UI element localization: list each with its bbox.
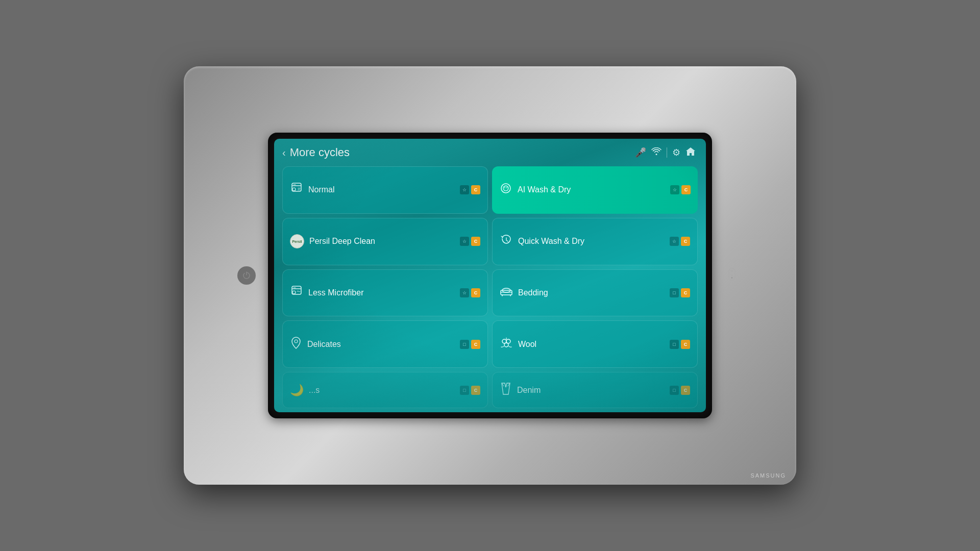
cycle-ai-badges: ☆ C (670, 185, 691, 194)
c-badge-quick: C (681, 237, 690, 246)
fav-badge-delicates: □ (460, 340, 469, 349)
svg-point-3 (503, 186, 508, 191)
cycle-denim-icon (500, 382, 512, 398)
samsung-brand: SAMSUNG (750, 472, 786, 479)
fav-badge-denim: □ (670, 386, 679, 395)
svg-rect-14 (729, 268, 735, 281)
c-badge-persil: C (471, 237, 480, 246)
c-badge-ai: C (681, 185, 691, 194)
settings-icon[interactable]: ⚙ (672, 147, 680, 158)
svg-point-16 (731, 274, 733, 276)
svg-point-10 (295, 340, 298, 343)
cycle-bedding-icon (500, 286, 513, 299)
svg-point-5 (506, 187, 507, 188)
cycle-persil-badges: ☆ C (460, 237, 480, 246)
cycle-wool-icon (500, 336, 513, 353)
wifi-icon (651, 147, 662, 158)
c-badge-wool: C (681, 340, 690, 349)
cycle-ai-icon (499, 182, 512, 198)
svg-rect-6 (292, 286, 301, 294)
fav-badge-darks: □ (460, 386, 469, 395)
divider (667, 147, 667, 158)
c-badge-darks: C (471, 386, 480, 395)
page-title: More cycles (290, 146, 350, 159)
cycle-normal-icon (290, 182, 303, 197)
screen: ‹ More cycles 🎤 ⚙ (274, 139, 706, 412)
svg-point-13 (504, 343, 508, 347)
cycle-denim-label: Denim (517, 386, 670, 395)
svg-point-2 (501, 184, 510, 193)
cycle-normal[interactable]: Normal ☆ C (282, 166, 488, 214)
cycle-delicates-badges: □ C (460, 340, 480, 349)
svg-point-7 (292, 291, 296, 294)
cycle-normal-badges: ☆ C (460, 185, 480, 194)
cycle-persil[interactable]: Persil Persil Deep Clean ☆ C (282, 218, 488, 265)
cycle-wool[interactable]: Wool □ C (492, 320, 698, 368)
cycle-denim-badges: □ C (670, 386, 690, 395)
fav-badge-persil: ☆ (460, 237, 469, 246)
fav-badge-wool: □ (670, 340, 679, 349)
cycle-darks-badges: □ C (460, 386, 480, 395)
c-badge-micro: C (471, 288, 480, 297)
svg-point-17 (731, 278, 732, 279)
svg-point-1 (292, 188, 296, 191)
svg-rect-15 (730, 270, 733, 272)
home-icon[interactable] (685, 147, 696, 159)
cycle-delicates-icon (290, 336, 302, 353)
cycle-micro-badges: ☆ C (460, 288, 480, 297)
screen-bezel: ‹ More cycles 🎤 ⚙ (268, 133, 712, 418)
fav-badge-ai: ☆ (670, 185, 679, 194)
cycle-quick-badges: ☆ C (670, 237, 690, 246)
svg-rect-0 (292, 183, 301, 191)
cycle-darks-icon: 🌙 (290, 384, 304, 397)
cycle-bedding-label: Bedding (518, 288, 670, 297)
cycle-delicates[interactable]: Delicates □ C (282, 320, 488, 368)
cycle-micro-label: Less Microfiber (308, 288, 460, 297)
c-badge-delicates: C (471, 340, 480, 349)
cycles-grid: Normal ☆ C (274, 164, 706, 412)
cycle-wool-badges: □ C (670, 340, 690, 349)
remote-icon (726, 267, 738, 284)
cycle-bedding-badges: □ C (670, 288, 690, 297)
cycle-micro-icon (290, 285, 303, 300)
cycle-darks[interactable]: 🌙 ...s □ C (282, 372, 488, 408)
header-left: ‹ More cycles (282, 146, 350, 159)
cycle-ai-label: AI Wash & Dry (518, 185, 670, 194)
fav-badge-quick: ☆ (670, 237, 679, 246)
back-button[interactable]: ‹ (282, 147, 286, 159)
cycle-darks-label: ...s (309, 386, 460, 395)
svg-point-4 (504, 187, 505, 188)
fav-badge: ☆ (460, 185, 469, 194)
cycle-wool-label: Wool (518, 340, 670, 349)
header: ‹ More cycles 🎤 ⚙ (274, 139, 706, 164)
cycle-persil-label: Persil Deep Clean (309, 237, 460, 246)
cycle-less-microfiber[interactable]: Less Microfiber ☆ C (282, 269, 488, 317)
cycle-normal-label: Normal (308, 185, 460, 194)
header-right: 🎤 ⚙ (635, 147, 696, 159)
c-badge: C (471, 185, 480, 194)
cycle-denim[interactable]: Denim □ C (492, 372, 698, 408)
c-badge-bedding: C (681, 288, 690, 297)
cycle-quick-label: Quick Wash & Dry (518, 237, 670, 246)
cycle-ai-wash-dry[interactable]: AI Wash & Dry ☆ C (492, 166, 698, 214)
cycle-delicates-label: Delicates (307, 340, 460, 349)
fav-badge-bedding: □ (670, 288, 679, 297)
mic-icon[interactable]: 🎤 (635, 147, 646, 158)
appliance-body: ‹ More cycles 🎤 ⚙ (184, 66, 796, 485)
power-button[interactable] (237, 266, 256, 285)
cycle-quick-icon (500, 234, 513, 249)
c-badge-denim: C (681, 386, 690, 395)
fav-badge-micro: ☆ (460, 288, 469, 297)
cycle-bedding[interactable]: Bedding □ C (492, 269, 698, 317)
cycle-quick-wash[interactable]: Quick Wash & Dry ☆ C (492, 218, 698, 265)
persil-logo: Persil (290, 234, 304, 248)
